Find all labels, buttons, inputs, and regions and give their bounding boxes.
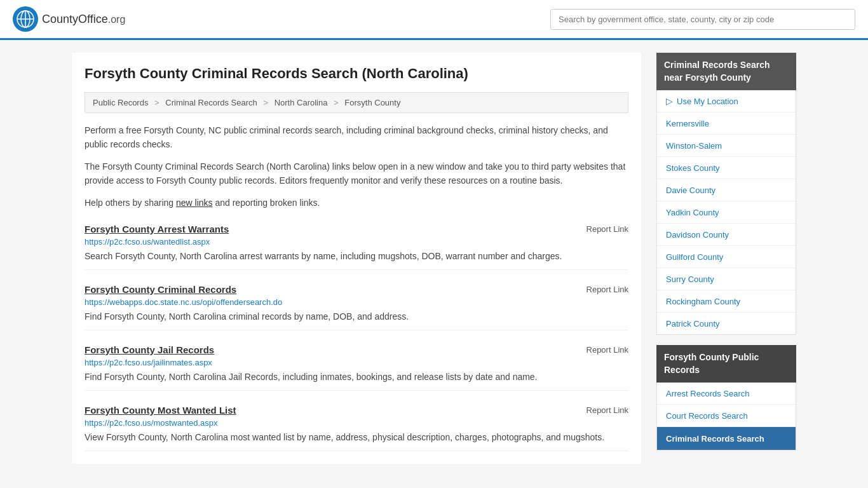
result-desc-3: View Forsyth County, North Carolina most… [85, 431, 628, 444]
nearby-item-7[interactable]: Surry County [657, 268, 796, 290]
result-url-1[interactable]: https://webapps.doc.state.nc.us/opi/offe… [85, 297, 628, 307]
content-area: Forsyth County Criminal Records Search (… [72, 53, 641, 464]
breadcrumb-criminal-records[interactable]: Criminal Records Search [165, 98, 257, 107]
nearby-link-0[interactable]: Kernersville [666, 119, 709, 128]
result-title-row-1: Forsyth County Criminal Records Report L… [85, 284, 628, 295]
nearby-link-6[interactable]: Guilford County [666, 252, 723, 262]
nearby-item-9[interactable]: Patrick County [657, 313, 796, 334]
search-input[interactable] [550, 9, 855, 30]
breadcrumb-sep-3: > [334, 98, 339, 107]
breadcrumb-state[interactable]: North Carolina [275, 98, 328, 107]
result-title-row-0: Forsyth County Arrest Warrants Report Li… [85, 224, 628, 234]
breadcrumb-sep-1: > [154, 98, 159, 107]
report-link-0[interactable]: Report Link [587, 224, 628, 234]
nearby-section: Criminal Records Search near Forsyth Cou… [656, 53, 796, 335]
nearby-item-0[interactable]: Kernersville [657, 112, 796, 135]
public-records-link-2[interactable]: Criminal Records Search [666, 434, 764, 444]
result-link-0[interactable]: Forsyth County Arrest Warrants [85, 224, 229, 234]
nearby-link-4[interactable]: Yadkin County [666, 208, 719, 217]
logo-text: CountyOffice.org [42, 13, 125, 26]
result-entry-1: Forsyth County Criminal Records Report L… [85, 284, 628, 330]
use-location-link[interactable]: Use My Location [677, 97, 738, 106]
nearby-item-2[interactable]: Stokes County [657, 157, 796, 179]
desc3-pre: Help others by sharing [85, 198, 176, 208]
public-records-header: Forsyth County Public Records [656, 345, 796, 383]
page-title: Forsyth County Criminal Records Search (… [85, 65, 628, 82]
result-link-3[interactable]: Forsyth County Most Wanted List [85, 405, 236, 416]
description-2: The Forsyth County Criminal Records Sear… [85, 159, 628, 188]
main-container: Forsyth County Criminal Records Search (… [59, 40, 809, 477]
sidebar: Criminal Records Search near Forsyth Cou… [656, 53, 796, 464]
public-records-link-0[interactable]: Arrest Records Search [666, 389, 750, 398]
location-icon: ▷ [666, 96, 673, 106]
public-records-item-1[interactable]: Court Records Search [657, 405, 796, 427]
nearby-link-9[interactable]: Patrick County [666, 319, 720, 329]
nearby-link-3[interactable]: Davie County [666, 186, 715, 195]
report-link-3[interactable]: Report Link [587, 405, 628, 415]
public-records-section: Forsyth County Public Records Arrest Rec… [656, 345, 796, 451]
breadcrumb-county[interactable]: Forsyth County [344, 98, 400, 107]
result-entry-0: Forsyth County Arrest Warrants Report Li… [85, 224, 628, 270]
result-entry-2: Forsyth County Jail Records Report Link … [85, 344, 628, 391]
public-records-item-0[interactable]: Arrest Records Search [657, 383, 796, 405]
public-records-link-1[interactable]: Court Records Search [666, 411, 748, 421]
result-desc-2: Find Forsyth County, North Carolina Jail… [85, 370, 628, 384]
breadcrumb: Public Records > Criminal Records Search… [85, 92, 628, 113]
nearby-link-7[interactable]: Surry County [666, 274, 714, 284]
header: CountyOffice.org [0, 0, 868, 40]
result-entry-3: Forsyth County Most Wanted List Report L… [85, 405, 628, 451]
logo-name: CountyOffice [42, 13, 108, 25]
nearby-item-8[interactable]: Rockingham County [657, 290, 796, 313]
nearby-items: ▷ Use My Location Kernersville Winston-S… [656, 90, 796, 335]
new-links-link[interactable]: new links [176, 198, 213, 208]
nearby-link-5[interactable]: Davidson County [666, 230, 729, 240]
result-desc-1: Find Forsyth County, North Carolina crim… [85, 310, 628, 323]
nearby-item-5[interactable]: Davidson County [657, 224, 796, 246]
nearby-link-1[interactable]: Winston-Salem [666, 141, 722, 151]
desc3-post: and reporting broken links. [213, 198, 320, 208]
result-title-row-3: Forsyth County Most Wanted List Report L… [85, 405, 628, 416]
logo[interactable]: CountyOffice.org [13, 6, 125, 32]
nearby-link-8[interactable]: Rockingham County [666, 297, 740, 306]
public-records-items: Arrest Records Search Court Records Sear… [656, 383, 796, 451]
nearby-item-3[interactable]: Davie County [657, 179, 796, 201]
description-1: Perform a free Forsyth County, NC public… [85, 123, 628, 152]
result-title-row-2: Forsyth County Jail Records Report Link [85, 344, 628, 355]
nearby-link-2[interactable]: Stokes County [666, 163, 720, 173]
logo-icon [13, 6, 38, 32]
result-url-3[interactable]: https://p2c.fcso.us/mostwanted.aspx [85, 418, 628, 428]
result-link-1[interactable]: Forsyth County Criminal Records [85, 284, 236, 295]
nearby-header: Criminal Records Search near Forsyth Cou… [656, 53, 796, 90]
report-link-1[interactable]: Report Link [587, 285, 628, 294]
report-link-2[interactable]: Report Link [587, 345, 628, 355]
public-records-item-2[interactable]: Criminal Records Search [657, 427, 796, 450]
result-url-0[interactable]: https://p2c.fcso.us/wantedlist.aspx [85, 237, 628, 247]
breadcrumb-sep-2: > [263, 98, 268, 107]
description-3: Help others by sharing new links and rep… [85, 196, 628, 210]
breadcrumb-public-records[interactable]: Public Records [93, 98, 148, 107]
result-link-2[interactable]: Forsyth County Jail Records [85, 344, 214, 355]
logo-suffix: .org [108, 14, 126, 25]
result-url-2[interactable]: https://p2c.fcso.us/jailinmates.aspx [85, 358, 628, 367]
nearby-item-6[interactable]: Guilford County [657, 246, 796, 268]
use-location-item[interactable]: ▷ Use My Location [657, 90, 796, 112]
nearby-item-1[interactable]: Winston-Salem [657, 135, 796, 157]
result-desc-0: Search Forsyth County, North Carolina ar… [85, 250, 628, 263]
nearby-item-4[interactable]: Yadkin County [657, 201, 796, 224]
